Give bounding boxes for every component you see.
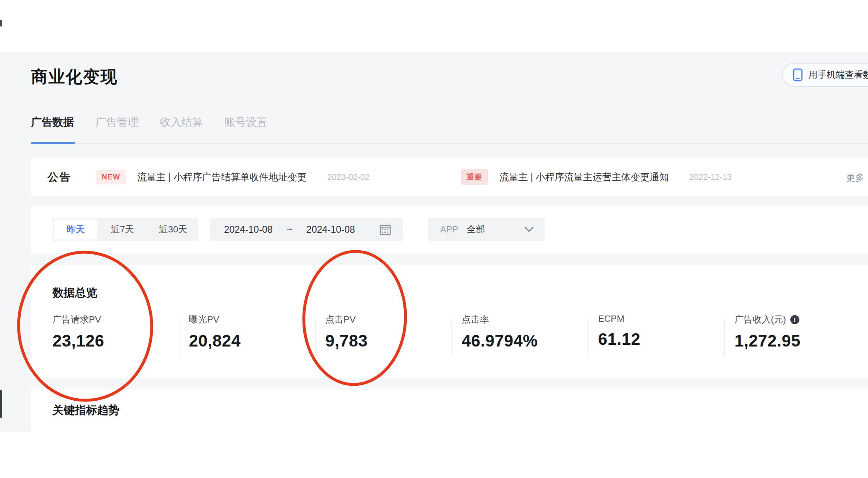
tab-bar: 广告数据 广告管理 收入结算 账号设置 [31,115,267,129]
screen-edge-artifact [0,390,2,418]
data-overview-card: 数据总览 广告请求PV 23,126 曝光PV 20,824 点击PV 9,78… [31,265,868,378]
metric-label: 曝光PV [189,313,313,326]
announcement-date-2: 2022-12-13 [689,172,732,182]
metric-click-pv: 点击PV 9,783 [325,313,449,350]
metric-divider [179,318,179,356]
metric-label: ECPM [598,313,722,324]
date-start: 2024-10-08 [224,224,273,235]
metric-label: 广告收入(元) [734,313,786,326]
metric-divider [451,318,452,356]
calendar-icon [379,223,391,236]
announcement-link-1[interactable]: 流量主 | 小程序广告结算单收件地址变更 [137,171,307,184]
tab-divider [31,143,868,144]
metric-divider [724,318,725,356]
key-trends-heading: 关键指标趋势 [52,403,119,418]
announcement-link-2[interactable]: 流量主 | 小程序流量主运营主体变更通知 [499,171,669,184]
range-last-7-days[interactable]: 近7天 [97,223,148,236]
metric-value: 23,126 [52,332,176,350]
view-on-mobile-label: 用手机端查看数据 [808,69,868,81]
tab-ad-management[interactable]: 广告管理 [95,115,138,129]
key-trends-card: 关键指标趋势 [31,389,868,432]
chevron-down-icon [524,226,534,233]
metric-ad-request-pv: 广告请求PV 23,126 [52,313,176,350]
info-icon[interactable]: ! [790,315,799,324]
screen-edge-artifact [0,20,2,26]
metric-value: 1,272.95 [734,332,858,350]
tab-ad-data[interactable]: 广告数据 [31,115,74,129]
range-yesterday[interactable]: 昨天 [54,220,97,239]
page-title: 商业化变现 [31,65,118,88]
range-last-30-days[interactable]: 近30天 [148,223,199,236]
app-select-label: APP [440,224,458,235]
view-on-mobile-button[interactable]: 用手机端查看数据 [782,63,868,87]
metric-label: 广告请求PV [52,313,176,326]
badge-important: 重要 [461,169,488,185]
tab-account-settings[interactable]: 账号设置 [224,115,267,129]
phone-icon [793,68,803,81]
metric-divider [588,318,589,356]
announcement-more-link[interactable]: 更多 [846,172,864,184]
metric-value: 20,824 [189,332,313,350]
filter-bar: 昨天 近7天 近30天 2024-10-08 ~ 2024-10-08 APP … [31,206,868,253]
date-separator: ~ [287,224,292,235]
metric-ecpm: ECPM 61.12 [598,313,722,349]
announcement-heading: 公告 [48,170,72,184]
app-select[interactable]: APP 全部 [428,218,545,241]
metric-label: 点击率 [462,313,586,326]
data-overview-heading: 数据总览 [52,285,97,300]
date-range-picker[interactable]: 2024-10-08 ~ 2024-10-08 [210,218,403,241]
announcement-date-1: 2023-02-02 [327,172,370,182]
badge-new: NEW [96,170,126,184]
metric-exposure-pv: 曝光PV 20,824 [189,313,313,350]
metric-label: 点击PV [325,313,449,326]
date-quick-range-control: 昨天 近7天 近30天 [52,218,198,241]
metric-value: 9,783 [325,332,449,350]
metric-value: 46.9794% [462,332,586,350]
date-end: 2024-10-08 [306,224,355,235]
metric-click-rate: 点击率 46.9794% [462,313,586,350]
active-tab-underline [31,142,75,144]
metric-divider [315,318,316,356]
announcement-bar: 公告 NEW 流量主 | 小程序广告结算单收件地址变更 2023-02-02 重… [31,158,868,196]
metric-value: 61.12 [598,330,722,349]
tab-revenue-settlement[interactable]: 收入结算 [160,115,203,129]
metric-ad-revenue: 广告收入(元) ! 1,272.95 [734,313,858,350]
app-select-value: 全部 [467,223,485,236]
